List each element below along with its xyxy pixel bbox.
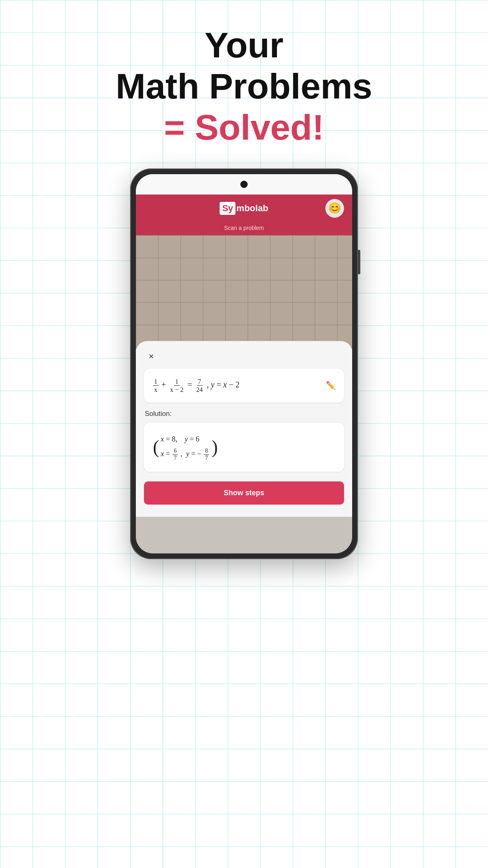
- symbolab-logo: Sy mbolab: [220, 202, 268, 215]
- scan-label: Scan a problem: [136, 222, 352, 235]
- content-wrapper: Your Math Problems = Solved! Sy mbolab: [0, 0, 488, 868]
- logo-sy-box: Sy: [220, 202, 235, 215]
- phone-mockup: Sy mbolab 😊 Scan a problem ×: [130, 168, 358, 559]
- hero-line2: Math Problems: [116, 66, 373, 107]
- avatar-button[interactable]: 😊: [325, 199, 344, 218]
- phone-screen: Sy mbolab 😊 Scan a problem ×: [136, 174, 352, 553]
- solution-matrix: ( x = 8, y = 6 x = 6 7: [153, 433, 335, 462]
- close-button[interactable]: ×: [144, 349, 159, 364]
- fraction-2: 1 x − 2: [169, 378, 185, 394]
- camera-view: [136, 235, 352, 349]
- equation-box: 1 x + 1 x − 2 = 7 24: [144, 369, 344, 402]
- logo-mbolab: mbolab: [236, 203, 268, 214]
- solution-row-1: x = 8, y = 6: [161, 433, 210, 446]
- bottom-bar-glimpse: [136, 517, 352, 553]
- solution-label: Solution:: [144, 410, 344, 418]
- camera-bar: [136, 174, 352, 195]
- hero-line3: = Solved!: [116, 107, 373, 148]
- bottom-bar-inner: [136, 517, 352, 553]
- right-paren: ): [211, 438, 218, 457]
- solution-box: ( x = 8, y = 6 x = 6 7: [144, 423, 344, 472]
- avatar-icon: 😊: [328, 202, 341, 214]
- matrix-rows: x = 8, y = 6 x = 6 7 , y = −: [161, 433, 210, 462]
- camera-grid-overlay: [136, 235, 352, 349]
- solution-fraction-x: 6 7: [172, 448, 178, 462]
- bottom-panel: × 1 x + 1 x − 2: [136, 341, 352, 517]
- solution-fraction-y: 8 7: [204, 448, 209, 462]
- phone-outer-shell: Sy mbolab 😊 Scan a problem ×: [130, 168, 358, 559]
- fraction-1: 1 x: [153, 378, 159, 394]
- hero-line1: Your: [116, 24, 373, 66]
- fraction-3: 7 24: [195, 378, 204, 394]
- edit-button[interactable]: ✏️: [326, 380, 336, 390]
- phone-side-button: [358, 250, 360, 274]
- equation-display: 1 x + 1 x − 2 = 7 24: [152, 378, 240, 394]
- app-header: Sy mbolab 😊: [136, 195, 352, 222]
- front-camera: [240, 181, 248, 188]
- solution-row-2: x = 6 7 , y = − 8 7: [161, 447, 210, 461]
- left-paren: (: [153, 438, 159, 457]
- hero-section: Your Math Problems = Solved!: [116, 24, 373, 148]
- show-steps-button[interactable]: Show steps: [144, 481, 344, 505]
